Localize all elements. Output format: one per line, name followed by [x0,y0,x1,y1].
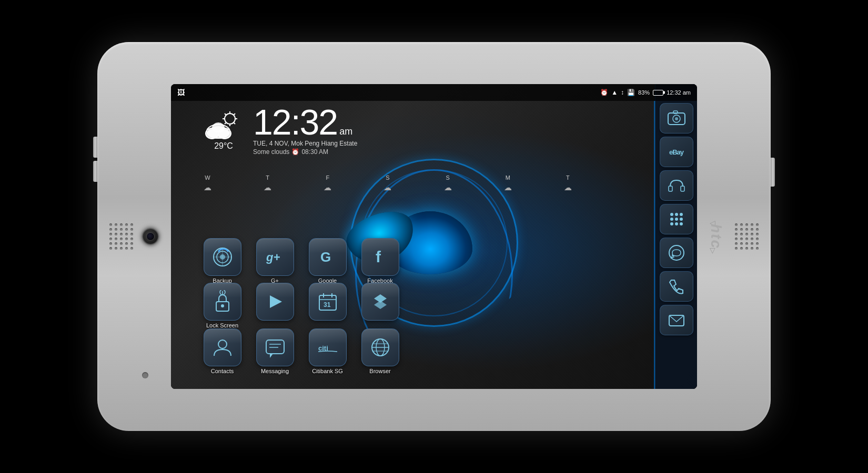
backup-icon-btn[interactable] [204,238,241,276]
svg-point-20 [220,254,225,260]
weather-description: Some clouds [253,148,289,156]
messaging-label: Messaging [261,368,289,374]
clock-time: 12:32 [253,104,337,140]
volume-buttons[interactable] [93,137,97,182]
storage-icon: 💾 [627,89,635,96]
svg-line-8 [225,122,226,124]
svg-line-6 [234,122,235,124]
htc-logo: htc [708,224,724,249]
dropbox-icon-btn[interactable] [361,283,399,321]
gallery-icon: 🖼 [177,88,185,97]
app-row-1: Backup g+ G+ G Google [200,238,402,284]
dock-mail-icon [667,311,686,330]
front-camera [142,228,159,245]
app-calendar[interactable]: 31 [305,283,350,328]
app-citibank[interactable]: citi Citibank SG [305,328,350,374]
dock-whatsapp[interactable] [660,238,693,268]
speaker-left [107,184,136,289]
status-bar: 🖼 ⏰ ▲ ↕ 💾 83% 12:32 am [171,84,697,101]
facebook-icon-btn[interactable]: f [361,238,399,276]
svg-point-49 [675,117,678,120]
app-googleplus[interactable]: g+ G+ [253,238,297,284]
right-dock: eBay [655,84,697,389]
dock-camera-icon [667,109,686,128]
svg-point-57 [675,218,678,221]
phone-screen[interactable]: 🖼 ⏰ ▲ ↕ 💾 83% 12:32 am [171,84,697,389]
alarm-clock-icon: ⏰ [291,148,299,156]
dock-apps[interactable] [660,204,693,234]
lockscreen-icon-btn[interactable] [204,283,241,321]
svg-point-53 [670,213,673,216]
browser-icon-svg [369,336,392,359]
alarm-time: 08:30 AM [301,148,328,156]
svg-point-61 [680,222,683,225]
dock-camera[interactable] [660,103,693,133]
citibank-label: Citibank SG [312,368,343,374]
app-lockscreen[interactable]: Lock Screen [200,283,245,328]
app-dropbox[interactable] [358,283,402,328]
svg-point-60 [675,222,678,225]
weather-widget: 29°C [203,109,245,151]
svg-line-5 [225,114,226,115]
app-row-2: Lock Screen [200,283,402,328]
svg-point-59 [670,222,673,225]
status-time: 12:32 am [667,89,691,96]
battery-indicator [653,90,663,96]
app-facebook[interactable]: f Facebook [358,238,402,284]
messaging-icon-svg [264,336,287,359]
forecast-day-5: M ☁ [504,174,512,192]
svg-text:g+: g+ [266,251,280,264]
svg-rect-50 [673,111,678,114]
calendar-icon-btn[interactable]: 31 [309,283,347,321]
svg-line-7 [234,114,235,115]
clock-ampm: am [339,126,352,137]
svg-point-26 [220,290,225,295]
svg-rect-52 [681,186,684,191]
svg-point-54 [675,213,678,216]
contacts-label: Contacts [211,368,234,374]
lockscreen-icon-svg [211,290,234,313]
svg-point-25 [221,304,224,307]
play-icon-btn[interactable] [256,283,294,321]
dock-ebay[interactable]: eBay [660,137,693,167]
dock-mail[interactable] [660,305,693,335]
vol-up-button[interactable] [93,137,97,158]
alarm-icon: ⏰ [600,89,608,96]
browser-label: Browser [369,368,390,374]
battery-percent: 83% [638,89,650,96]
dock-headphones[interactable] [660,170,693,201]
app-browser[interactable]: Browser [358,328,402,374]
forecast-day-0: W ☁ [204,174,211,192]
google-icon-btn[interactable]: G [309,238,347,276]
svg-text:f: f [376,248,381,265]
messaging-icon-btn[interactable] [256,328,294,366]
facebook-icon-svg: f [369,245,392,269]
dock-phone[interactable] [660,271,693,302]
browser-icon-btn[interactable] [361,328,399,366]
googleplus-icon-btn[interactable]: g+ [256,238,294,276]
dock-apps-icon [667,210,686,229]
app-contacts[interactable]: Contacts [200,328,245,374]
dock-headphone-icon [667,176,686,195]
app-google[interactable]: G Google [305,238,350,284]
phone-shell: 🖼 ⏰ ▲ ↕ 💾 83% 12:32 am [97,42,771,431]
contacts-icon-svg [211,336,234,359]
googleplus-icon-svg: g+ [264,245,287,269]
clock-widget: 12:32 am TUE, 4 NOV, Mok Peng Hiang Esta… [253,104,357,156]
app-row-3: Contacts Messaging citi [200,328,402,374]
app-messaging[interactable]: Messaging [253,328,297,374]
svg-point-55 [680,213,683,216]
google-icon-svg: G [316,245,339,269]
citibank-icon-btn[interactable]: citi [309,328,347,366]
svg-rect-37 [266,340,284,354]
vol-down-button[interactable] [93,161,97,182]
week-forecast: W ☁ T ☁ F ☁ S ☁ S ☁ M ☁ [204,174,572,192]
power-button[interactable] [771,158,775,187]
svg-text:31: 31 [324,301,331,309]
weather-icon-svg [203,109,245,143]
app-backup[interactable]: Backup [200,238,245,284]
forecast-day-4: S ☁ [444,174,452,192]
app-play[interactable] [253,283,297,328]
dock-ebay-text: eBay [669,148,683,156]
contacts-icon-btn[interactable] [204,328,241,366]
